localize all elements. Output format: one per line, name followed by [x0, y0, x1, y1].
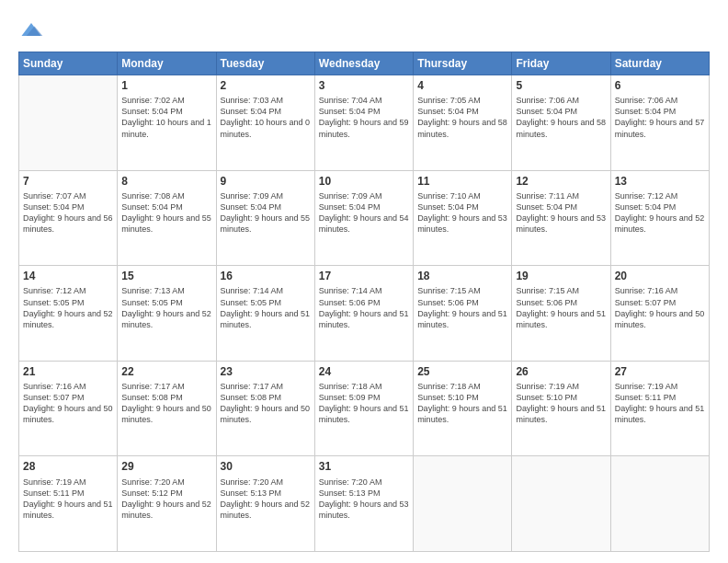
day-info: Sunrise: 7:20 AMSunset: 5:12 PMDaylight:… — [121, 477, 211, 522]
day-info: Sunrise: 7:10 AMSunset: 5:04 PMDaylight:… — [417, 190, 507, 236]
weekday-header: Wednesday — [314, 52, 413, 75]
day-info: Sunrise: 7:18 AMSunset: 5:09 PMDaylight:… — [319, 381, 409, 426]
day-info: Sunrise: 7:17 AMSunset: 5:08 PMDaylight:… — [121, 381, 211, 426]
calendar-day-cell: 19Sunrise: 7:15 AMSunset: 5:06 PMDayligh… — [512, 266, 610, 362]
day-number: 26 — [516, 364, 606, 379]
calendar-day-cell: 6Sunrise: 7:06 AMSunset: 5:04 PMDaylight… — [610, 75, 709, 171]
calendar-week-row: 28Sunrise: 7:19 AMSunset: 5:11 PMDayligh… — [19, 456, 710, 552]
calendar-day-cell: 9Sunrise: 7:09 AMSunset: 5:04 PMDaylight… — [216, 170, 314, 266]
day-number: 30 — [221, 459, 311, 474]
day-number: 2 — [221, 78, 311, 93]
day-info: Sunrise: 7:04 AMSunset: 5:04 PMDaylight:… — [319, 95, 409, 140]
day-number: 18 — [417, 269, 507, 283]
calendar-day-cell — [610, 456, 709, 552]
day-number: 14 — [23, 269, 113, 283]
calendar-day-cell: 4Sunrise: 7:05 AMSunset: 5:04 PMDaylight… — [414, 75, 512, 171]
calendar-header-row: SundayMondayTuesdayWednesdayThursdayFrid… — [19, 52, 710, 75]
header — [18, 17, 710, 42]
day-number: 23 — [221, 364, 311, 379]
day-number: 17 — [319, 269, 409, 283]
day-number: 9 — [221, 174, 311, 189]
day-number: 20 — [615, 269, 705, 283]
calendar-day-cell: 3Sunrise: 7:04 AMSunset: 5:04 PMDaylight… — [314, 75, 413, 171]
calendar-day-cell: 5Sunrise: 7:06 AMSunset: 5:04 PMDaylight… — [512, 75, 610, 171]
day-info: Sunrise: 7:19 AMSunset: 5:10 PMDaylight:… — [516, 381, 606, 426]
calendar-day-cell — [512, 456, 610, 552]
day-number: 12 — [516, 174, 606, 189]
calendar-day-cell: 7Sunrise: 7:07 AMSunset: 5:04 PMDaylight… — [19, 170, 118, 266]
calendar-day-cell — [19, 75, 118, 171]
day-info: Sunrise: 7:16 AMSunset: 5:07 PMDaylight:… — [615, 285, 705, 330]
day-number: 10 — [319, 174, 409, 189]
day-number: 25 — [417, 364, 507, 379]
calendar-day-cell: 17Sunrise: 7:14 AMSunset: 5:06 PMDayligh… — [314, 266, 413, 362]
day-info: Sunrise: 7:09 AMSunset: 5:04 PMDaylight:… — [221, 190, 311, 236]
day-info: Sunrise: 7:15 AMSunset: 5:06 PMDaylight:… — [417, 285, 507, 330]
calendar-day-cell: 24Sunrise: 7:18 AMSunset: 5:09 PMDayligh… — [314, 361, 413, 456]
calendar-day-cell: 11Sunrise: 7:10 AMSunset: 5:04 PMDayligh… — [414, 170, 512, 266]
page: SundayMondayTuesdayWednesdayThursdayFrid… — [0, 0, 728, 563]
day-number: 31 — [319, 459, 409, 474]
calendar-day-cell: 26Sunrise: 7:19 AMSunset: 5:10 PMDayligh… — [512, 361, 610, 456]
day-info: Sunrise: 7:06 AMSunset: 5:04 PMDaylight:… — [516, 95, 606, 140]
calendar-week-row: 21Sunrise: 7:16 AMSunset: 5:07 PMDayligh… — [19, 361, 710, 456]
day-info: Sunrise: 7:07 AMSunset: 5:04 PMDaylight:… — [23, 190, 113, 236]
day-info: Sunrise: 7:20 AMSunset: 5:13 PMDaylight:… — [221, 477, 311, 522]
logo — [18, 17, 48, 42]
day-info: Sunrise: 7:19 AMSunset: 5:11 PMDaylight:… — [615, 381, 705, 426]
day-number: 21 — [23, 364, 113, 379]
calendar-table: SundayMondayTuesdayWednesdayThursdayFrid… — [18, 52, 710, 552]
calendar-day-cell: 2Sunrise: 7:03 AMSunset: 5:04 PMDaylight… — [216, 75, 314, 171]
calendar-day-cell: 29Sunrise: 7:20 AMSunset: 5:12 PMDayligh… — [118, 456, 216, 552]
day-info: Sunrise: 7:12 AMSunset: 5:05 PMDaylight:… — [23, 285, 113, 330]
day-info: Sunrise: 7:06 AMSunset: 5:04 PMDaylight:… — [615, 95, 705, 140]
day-number: 6 — [615, 78, 705, 93]
calendar-body: 1Sunrise: 7:02 AMSunset: 5:04 PMDaylight… — [19, 75, 710, 552]
weekday-header: Monday — [118, 52, 216, 75]
calendar-day-cell: 23Sunrise: 7:17 AMSunset: 5:08 PMDayligh… — [216, 361, 314, 456]
calendar-day-cell: 16Sunrise: 7:14 AMSunset: 5:05 PMDayligh… — [216, 266, 314, 362]
day-info: Sunrise: 7:16 AMSunset: 5:07 PMDaylight:… — [23, 381, 113, 426]
day-info: Sunrise: 7:12 AMSunset: 5:04 PMDaylight:… — [615, 190, 705, 236]
day-number: 13 — [615, 174, 705, 189]
day-number: 16 — [221, 269, 311, 283]
day-info: Sunrise: 7:08 AMSunset: 5:04 PMDaylight:… — [121, 190, 211, 236]
calendar-week-row: 1Sunrise: 7:02 AMSunset: 5:04 PMDaylight… — [19, 75, 710, 171]
calendar-day-cell: 21Sunrise: 7:16 AMSunset: 5:07 PMDayligh… — [19, 361, 118, 456]
calendar-day-cell: 31Sunrise: 7:20 AMSunset: 5:13 PMDayligh… — [314, 456, 413, 552]
logo-icon — [18, 17, 44, 42]
day-info: Sunrise: 7:02 AMSunset: 5:04 PMDaylight:… — [121, 95, 211, 140]
calendar-day-cell: 15Sunrise: 7:13 AMSunset: 5:05 PMDayligh… — [118, 266, 216, 362]
weekday-header: Saturday — [610, 52, 709, 75]
day-number: 8 — [121, 174, 211, 189]
day-number: 7 — [23, 174, 113, 189]
calendar-day-cell — [414, 456, 512, 552]
calendar-day-cell: 28Sunrise: 7:19 AMSunset: 5:11 PMDayligh… — [19, 456, 118, 552]
day-info: Sunrise: 7:14 AMSunset: 5:05 PMDaylight:… — [221, 285, 311, 330]
day-number: 1 — [121, 78, 211, 93]
calendar-day-cell: 10Sunrise: 7:09 AMSunset: 5:04 PMDayligh… — [314, 170, 413, 266]
day-number: 5 — [516, 78, 606, 93]
day-info: Sunrise: 7:05 AMSunset: 5:04 PMDaylight:… — [417, 95, 507, 140]
calendar-day-cell: 13Sunrise: 7:12 AMSunset: 5:04 PMDayligh… — [610, 170, 709, 266]
calendar-day-cell: 18Sunrise: 7:15 AMSunset: 5:06 PMDayligh… — [414, 266, 512, 362]
calendar-day-cell: 1Sunrise: 7:02 AMSunset: 5:04 PMDaylight… — [118, 75, 216, 171]
calendar-week-row: 7Sunrise: 7:07 AMSunset: 5:04 PMDaylight… — [19, 170, 710, 266]
day-info: Sunrise: 7:13 AMSunset: 5:05 PMDaylight:… — [121, 285, 211, 330]
weekday-header: Tuesday — [216, 52, 314, 75]
day-number: 24 — [319, 364, 409, 379]
calendar-day-cell: 12Sunrise: 7:11 AMSunset: 5:04 PMDayligh… — [512, 170, 610, 266]
day-number: 4 — [417, 78, 507, 93]
calendar-week-row: 14Sunrise: 7:12 AMSunset: 5:05 PMDayligh… — [19, 266, 710, 362]
day-number: 22 — [121, 364, 211, 379]
calendar-day-cell: 22Sunrise: 7:17 AMSunset: 5:08 PMDayligh… — [118, 361, 216, 456]
calendar-day-cell: 20Sunrise: 7:16 AMSunset: 5:07 PMDayligh… — [610, 266, 709, 362]
day-number: 29 — [121, 459, 211, 474]
calendar-day-cell: 27Sunrise: 7:19 AMSunset: 5:11 PMDayligh… — [610, 361, 709, 456]
day-info: Sunrise: 7:09 AMSunset: 5:04 PMDaylight:… — [319, 190, 409, 236]
day-info: Sunrise: 7:17 AMSunset: 5:08 PMDaylight:… — [221, 381, 311, 426]
day-number: 28 — [23, 459, 113, 474]
day-info: Sunrise: 7:18 AMSunset: 5:10 PMDaylight:… — [417, 381, 507, 426]
day-number: 15 — [121, 269, 211, 283]
calendar-day-cell: 14Sunrise: 7:12 AMSunset: 5:05 PMDayligh… — [19, 266, 118, 362]
